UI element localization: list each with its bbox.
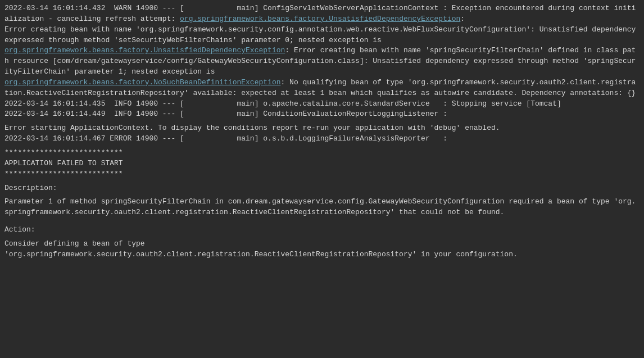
log-text-6: 2022-03-14 16:01:14.449 INFO 14900 --- [… <box>4 110 447 118</box>
log-line-stars-1: *************************** <box>4 148 640 158</box>
log-text-1b: : <box>460 15 465 23</box>
stars-text-2: *************************** <box>4 170 123 178</box>
log-line-app-failed: APPLICATION FAILED TO START <box>4 158 640 169</box>
log-text-2: Error creating bean with name 'org.sprin… <box>4 25 640 44</box>
action-body-2: 'org.springframework.security.oauth2.cli… <box>4 250 518 259</box>
log-line-description-label: Description: <box>4 183 640 194</box>
log-line-9: 2022-03-14 16:01:14.467 ERROR 14900 --- … <box>4 134 640 144</box>
link-unsatisfied-dep-1[interactable]: org.springframework.beans.factory.Unsati… <box>180 15 460 23</box>
action-label: Action: <box>4 225 35 234</box>
log-line-action-body-2: 'org.springframework.security.oauth2.cli… <box>4 250 640 260</box>
log-text-8: Error starting ApplicationContext. To di… <box>4 124 500 132</box>
log-line-8: Error starting ApplicationContext. To di… <box>4 123 640 134</box>
terminal-output: 2022-03-14 16:01:14.432 WARN 14900 --- [… <box>0 0 644 358</box>
log-line-6: 2022-03-14 16:01:14.449 INFO 14900 --- [… <box>4 109 640 120</box>
log-line-description-body: Parameter 1 of method springSecurityFilt… <box>4 197 640 218</box>
log-line-stars-2: *************************** <box>4 169 640 180</box>
log-line-action-label: Action: <box>4 225 640 235</box>
log-line-action-body-1: Consider defining a bean of type <box>4 239 640 250</box>
stars-text-1: *************************** <box>4 148 123 157</box>
description-body: Parameter 1 of method springSecurityFilt… <box>4 197 636 216</box>
log-text-9: 2022-03-14 16:01:14.467 ERROR 14900 --- … <box>4 134 447 143</box>
action-body-1: Consider defining a bean of type <box>4 239 145 248</box>
log-line-5: 2022-03-14 16:01:14.435 INFO 14900 --- [… <box>4 99 640 110</box>
log-line-4: org.springframework.beans.factory.NoSuch… <box>4 78 640 99</box>
description-label: Description: <box>4 184 57 192</box>
log-line-1: 2022-03-14 16:01:14.432 WARN 14900 --- [… <box>4 3 640 25</box>
app-failed-text: APPLICATION FAILED TO START <box>4 159 123 167</box>
log-text-5: 2022-03-14 16:01:14.435 INFO 14900 --- [… <box>4 99 561 108</box>
link-nosuchbean[interactable]: org.springframework.beans.factory.NoSuch… <box>4 78 280 87</box>
link-unsatisfied-dep-2[interactable]: org.springframework.beans.factory.Unsati… <box>4 46 285 55</box>
log-line-2: Error creating bean with name 'org.sprin… <box>4 25 640 46</box>
log-line-3: org.springframework.beans.factory.Unsati… <box>4 46 640 78</box>
